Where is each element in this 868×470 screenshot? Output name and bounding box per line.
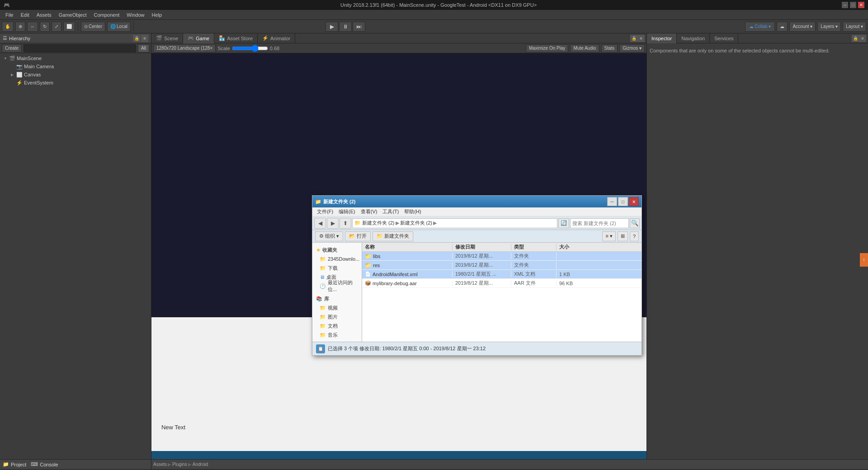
services-tab[interactable]: Services [710, 33, 738, 43]
layers-button[interactable]: Layers ▾ [817, 22, 841, 32]
dialog-menu-help[interactable]: 帮助(H) [401, 208, 424, 215]
menu-edit[interactable]: Edit [17, 11, 33, 19]
hierarchy-tab[interactable]: ☰ Hierarchy [3, 35, 30, 41]
hierarchy-lock-btn[interactable]: 🔒 [133, 35, 140, 42]
help-context-btn[interactable]: ? [630, 231, 639, 241]
nav-music[interactable]: 📁 音乐 [312, 330, 362, 339]
orange-notification-badge[interactable]: ! [860, 253, 868, 267]
file-row-libs[interactable]: 📁 libs 2019/8/12 星期... 文件夹 [362, 252, 642, 261]
dialog-search-btn[interactable]: 🔍 [630, 218, 640, 228]
hierarchy-menu-btn[interactable]: ≡ [141, 35, 148, 42]
main-layout: ☰ Hierarchy 🔒 ≡ Create All ▼ 🎬 MainScene… [0, 33, 868, 459]
hierarchy-all-btn[interactable]: All [138, 44, 149, 52]
organize-btn[interactable]: ⚙ 组织 ▾ [315, 231, 343, 241]
dialog-close-btn[interactable]: ✕ [629, 197, 639, 206]
play-button[interactable]: ▶ [326, 22, 338, 32]
file-row-aar[interactable]: 📦 mylibrary-debug.aar 2019/8/12 星期... AA… [362, 279, 642, 288]
pause-button[interactable]: ⏸ [339, 22, 352, 32]
menu-help[interactable]: Help [148, 11, 165, 19]
breadcrumb-android[interactable]: Android [193, 462, 208, 467]
scene-tab[interactable]: 🎬 Scene [151, 33, 183, 43]
transform-rect-btn[interactable]: ⤢ [52, 22, 61, 32]
dialog-maximize-btn[interactable]: □ [618, 197, 628, 206]
resolution-btn[interactable]: 1280x720 Landscape (128× [153, 44, 216, 52]
menu-gameobject[interactable]: GameObject [55, 11, 90, 19]
nav-video[interactable]: 📁 视频 [312, 303, 362, 312]
dialog-menu-view[interactable]: 查看(V) [358, 208, 380, 215]
gizmos-btn[interactable]: Gizmos ▾ [619, 44, 645, 52]
menu-file[interactable]: File [2, 11, 17, 19]
inspector-menu-btn[interactable]: ≡ [859, 35, 866, 42]
breadcrumb-plugins[interactable]: Plugins [172, 462, 187, 467]
account-button[interactable]: Account ▾ [789, 22, 816, 32]
nav-recent[interactable]: 🕐 最近访问的位... [312, 282, 362, 291]
game-tab[interactable]: 🎮 Game [183, 33, 214, 43]
stats-btn[interactable]: Stats [601, 44, 618, 52]
mainscene-arrow: ▼ [4, 56, 9, 61]
dialog-menu-edit[interactable]: 编辑(E) [336, 208, 358, 215]
project-tab[interactable]: 📁 Project [3, 461, 26, 467]
center-lock-btn[interactable]: 🔒 [630, 35, 637, 42]
menu-window[interactable]: Window [123, 11, 148, 19]
transform-move-btn[interactable]: ✋ [2, 22, 14, 32]
nav-documents[interactable]: 📁 文档 [312, 321, 362, 330]
view-list-btn[interactable]: ≡ ▾ [602, 231, 615, 241]
menu-component[interactable]: Component [90, 11, 123, 19]
dialog-refresh-btn[interactable]: 🔄 [558, 218, 569, 228]
asset-store-tab[interactable]: 🏪 Asset Store [214, 33, 258, 43]
inspector-lock-btn[interactable]: 🔒 [852, 35, 859, 42]
file-row-manifest[interactable]: 📄 AndroidManifest.xml 1980/2/1 星期五 ... X… [362, 270, 642, 279]
col-date-header[interactable]: 修改日期 [453, 244, 511, 250]
file-row-res[interactable]: 📁 res 2019/8/12 星期... 文件夹 [362, 261, 642, 270]
dialog-path-bar[interactable]: 📁 新建文件夹 (2) ▶ 新建文件夹 (2) ▶ [352, 218, 557, 228]
dialog-up-btn[interactable]: ⬆ [340, 218, 351, 229]
dialog-minimize-btn[interactable]: ─ [607, 197, 617, 206]
dialog-search-input[interactable] [570, 218, 629, 228]
menu-assets[interactable]: Assets [33, 11, 55, 19]
console-tab[interactable]: ⌨ Console [31, 461, 58, 467]
dialog-forward-btn[interactable]: ▶ [327, 218, 339, 229]
folder-icon-1: 📁 [320, 256, 326, 262]
nav-pictures[interactable]: 📁 图片 [312, 312, 362, 321]
navigation-tab[interactable]: Navigation [677, 33, 710, 43]
inspector-tab[interactable]: Inspector [647, 33, 677, 43]
mute-audio-btn[interactable]: Mute Audio [570, 44, 599, 52]
minimize-button[interactable]: ─ [842, 2, 848, 8]
new-folder-btn[interactable]: 📁 新建文件夹 [373, 231, 413, 241]
aar-name: 📦 mylibrary-debug.aar [362, 280, 453, 286]
dialog-back-btn[interactable]: ◀ [314, 218, 326, 229]
nav-recent-label: 最近访问的位... [328, 279, 358, 293]
tree-item-maincamera[interactable]: 📷 Main Camera [0, 62, 151, 70]
maximize-button[interactable]: □ [850, 2, 856, 8]
col-size-header[interactable]: 大小 [557, 244, 593, 250]
pivot-mode-btn[interactable]: ⊙ Center [81, 22, 105, 32]
step-button[interactable]: ⏭ [353, 22, 365, 32]
animator-tab[interactable]: ⚡ Animator [258, 33, 295, 43]
transform-scale-btn[interactable]: ↻ [40, 22, 50, 32]
tree-item-eventsystem[interactable]: ⚡ EventSystem [0, 79, 151, 87]
center-menu-btn[interactable]: ≡ [637, 35, 645, 42]
open-btn[interactable]: 📂 打开 [345, 231, 371, 241]
maximize-on-play-btn[interactable]: Maximize On Play [526, 44, 569, 52]
transform-rotate-btn[interactable]: ↔ [27, 22, 38, 32]
pivot-space-btn[interactable]: 🌐 Local [107, 22, 131, 32]
dialog-menu-tools[interactable]: 工具(T) [380, 208, 401, 215]
tree-item-mainscene[interactable]: ▼ 🎬 MainScene [0, 54, 151, 62]
hierarchy-search[interactable] [24, 44, 136, 52]
col-type-header[interactable]: 类型 [511, 244, 557, 250]
tree-item-canvas[interactable]: ▶ ⬜ Canvas [0, 70, 151, 79]
dialog-menu-file[interactable]: 文件(F) [314, 208, 336, 215]
view-details-btn[interactable]: ⊞ [618, 231, 628, 241]
transform-combined-btn[interactable]: ⬜ [63, 22, 75, 32]
breadcrumb-assets[interactable]: Assets [153, 462, 167, 467]
hierarchy-create-btn[interactable]: Create [2, 44, 22, 52]
nav-downloads2[interactable]: 📁 下载 [312, 263, 362, 273]
layout-button[interactable]: Layout ▾ [843, 22, 866, 32]
cloud-button[interactable]: ☁ [777, 22, 788, 32]
scale-slider[interactable] [232, 45, 268, 52]
transform-select-btn[interactable]: ⊕ [15, 22, 25, 32]
collab-button[interactable]: ☁ Collab ▾ [745, 22, 775, 32]
close-button[interactable]: ✕ [858, 2, 864, 8]
nav-downloads1[interactable]: 📁 2345Downlo... [312, 254, 362, 263]
col-name-header[interactable]: 名称 [362, 244, 453, 250]
